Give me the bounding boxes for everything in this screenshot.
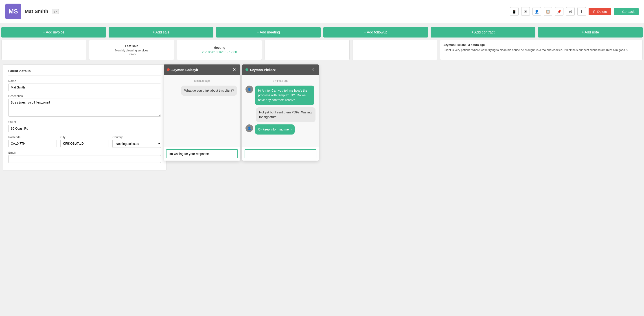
invoice-card: - [1,40,86,60]
street-label: Street [8,120,161,124]
email-label: Email [8,151,161,154]
chat-piekarz: Szymon Piekarz — ✕ a minute ago 👤 Hi Ann… [242,65,319,161]
tag-button[interactable]: 🏷 [52,9,59,14]
chat-overlay: Szymon Bolczyk — ✕ a minute ago What do … [164,65,319,161]
add-invoice-button[interactable]: + Add invoice [1,27,106,38]
chat-bolczyk-status [167,68,170,71]
chat-piekarz-input-area [242,147,319,161]
contract-card: - [352,40,437,60]
avatar: MS [6,4,21,19]
add-meeting-button[interactable]: + Add meeting [216,27,321,38]
chat-piekarz-body: a minute ago 👤 Hi Annie, Can you tell me… [242,75,319,147]
client-name: Mat Smith [25,9,48,14]
add-contract-button[interactable]: + Add contract [430,27,535,38]
mobile-icon-btn[interactable]: 📱 [510,7,518,16]
client-details-panel: Client details Name Description Street P… [3,65,166,171]
chat-piekarz-title: Szymon Piekarz [250,68,300,72]
meeting-link[interactable]: 23/10/2019 16:00 - 17:00 [202,50,237,54]
contract-dash: - [394,47,396,53]
chat-piekarz-minimize[interactable]: — [302,67,308,73]
chat-piekarz-timestamp: a minute ago [246,79,316,82]
delete-button[interactable]: 🗑 Delete [588,8,611,15]
street-input[interactable] [8,125,161,132]
city-label: City [60,135,109,139]
chat-piekarz-status [246,68,248,71]
goback-button[interactable]: ← Go back [614,8,638,15]
pin-icon-btn[interactable]: 📌 [555,7,564,16]
chat-bolczyk-msg: What do you think about this client? [181,86,237,96]
note-text: Client is very patient. Where we're tryi… [444,48,639,52]
name-input[interactable] [8,84,161,91]
chat-bolczyk-title: Szymon Bolczyk [172,68,222,72]
upload-icon-btn[interactable]: ⬆ [577,7,586,16]
cards-row: - Last sale Monthly cleaning services - … [0,38,644,62]
chat-piekarz-close[interactable]: ✕ [310,67,316,73]
description-label: Description [8,94,161,98]
postcode-input[interactable] [8,140,57,147]
chat-piekarz-msg2: Not yet but I sent them PDFs. Waiting fo… [256,107,316,122]
header-icons: 📱 ✉ 👤 📋 📌 🖨 ⬆ 🗑 Delete ← Go back [510,7,638,16]
note-card: Szymon Piekarz - 3 hours ago Client is v… [440,40,643,60]
user-icon-btn[interactable]: 👤 [532,7,541,16]
chat-bolczyk-timestamp: a minute ago [167,79,237,82]
client-details-title: Client details [8,69,161,76]
street-group: Street [8,120,161,132]
email-group: Email [8,151,161,163]
address-row: Postcode City Country Nothing selected [8,135,161,151]
note-author: Szymon Piekarz - 3 hours ago [444,43,639,47]
chat-bolczyk-minimize[interactable]: — [223,67,230,73]
country-label: Country [112,135,161,139]
postcode-group: Postcode [8,135,57,148]
chat-bolczyk-close[interactable]: ✕ [232,67,237,73]
country-select[interactable]: Nothing selected [112,140,161,148]
chat-bolczyk: Szymon Bolczyk — ✕ a minute ago What do … [164,65,240,161]
country-group: Country Nothing selected [112,135,161,148]
sale-card-sub2: - 99.00 [127,52,136,56]
chat-bolczyk-header: Szymon Bolczyk — ✕ [164,65,240,75]
chat-piekarz-msg3: Ok keep informing me :) [255,124,294,135]
chat-bolczyk-input-area [164,147,240,161]
sale-card: Last sale Monthly cleaning services - 99… [89,40,174,60]
chat-piekarz-input[interactable] [244,149,316,158]
followup-card: - [264,40,350,60]
followup-dash: - [306,47,308,53]
chat-piekarz-msg1-row: 👤 Hi Annie, Can you tell me how's the pr… [246,86,316,105]
sale-card-title: Last sale [125,44,138,48]
invoice-dash: - [43,47,45,53]
email-icon-btn[interactable]: ✉ [521,7,530,16]
copy-icon-btn[interactable]: 📋 [544,7,552,16]
postcode-label: Postcode [8,135,57,139]
add-followup-button[interactable]: + Add followup [323,27,428,38]
city-group: City [60,135,109,148]
chat-bolczyk-body: a minute ago What do you think about thi… [164,75,240,147]
description-group: Description [8,94,161,117]
chat-piekarz-header: Szymon Piekarz — ✕ [242,65,319,75]
meeting-card-title: Meeting [214,46,225,49]
name-group: Name [8,79,161,91]
meeting-card: Meeting 23/10/2019 16:00 - 17:00 [177,40,262,60]
chat-bolczyk-input[interactable] [166,149,238,158]
main-content: Client details Name Description Street P… [0,65,644,177]
chat-piekarz-avatar2: 👤 [246,124,253,132]
email-input[interactable] [8,155,161,163]
print-icon-btn[interactable]: 🖨 [566,7,575,16]
chat-piekarz-avatar1: 👤 [246,86,253,93]
add-note-button[interactable]: + Add note [538,27,643,38]
chat-piekarz-msg1: Hi Annie, Can you tell me how's the prog… [255,86,314,105]
add-sale-button[interactable]: + Add sale [108,27,213,38]
city-input[interactable] [60,140,109,147]
name-label: Name [8,79,161,83]
description-textarea[interactable] [8,99,161,117]
action-buttons-row: + Add invoice + Add sale + Add meeting +… [0,23,644,38]
chat-piekarz-msg3-row: 👤 Ok keep informing me :) [246,124,316,135]
header: MS Mat Smith 🏷 📱 ✉ 👤 📋 📌 🖨 ⬆ 🗑 Delete ← … [0,0,644,23]
sale-card-sub1: Monthly cleaning services [115,49,148,52]
